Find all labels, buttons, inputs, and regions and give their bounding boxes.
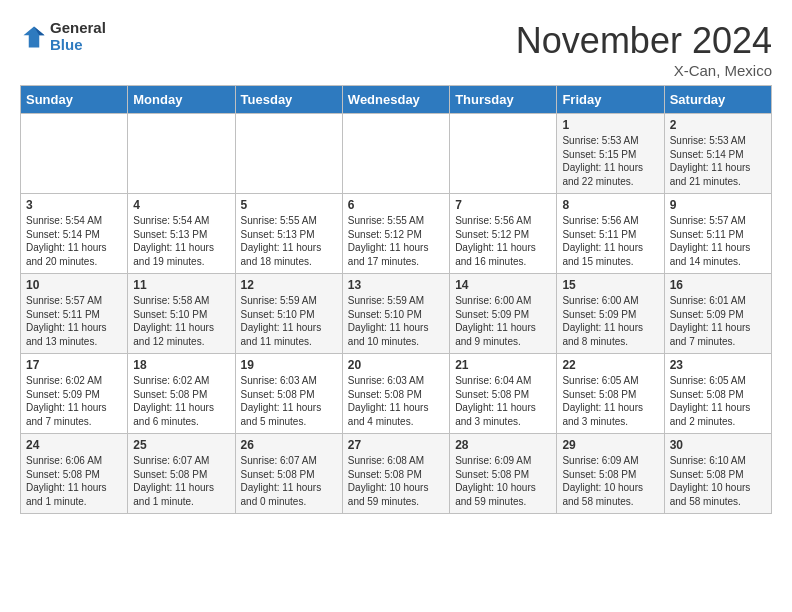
weekday-header-wednesday: Wednesday — [342, 86, 449, 114]
day-cell: 8Sunrise: 5:56 AMSunset: 5:11 PMDaylight… — [557, 194, 664, 274]
day-cell: 12Sunrise: 5:59 AMSunset: 5:10 PMDayligh… — [235, 274, 342, 354]
day-info: Sunrise: 5:57 AMSunset: 5:11 PMDaylight:… — [26, 294, 122, 348]
day-cell — [342, 114, 449, 194]
week-row-2: 3Sunrise: 5:54 AMSunset: 5:14 PMDaylight… — [21, 194, 772, 274]
day-cell — [450, 114, 557, 194]
day-number: 28 — [455, 438, 551, 452]
day-info: Sunrise: 6:09 AMSunset: 5:08 PMDaylight:… — [455, 454, 551, 508]
day-number: 14 — [455, 278, 551, 292]
day-number: 27 — [348, 438, 444, 452]
day-number: 21 — [455, 358, 551, 372]
page: General Blue November 2024 X-Can, Mexico… — [0, 0, 792, 524]
day-number: 9 — [670, 198, 766, 212]
day-cell: 16Sunrise: 6:01 AMSunset: 5:09 PMDayligh… — [664, 274, 771, 354]
day-info: Sunrise: 6:05 AMSunset: 5:08 PMDaylight:… — [670, 374, 766, 428]
week-row-4: 17Sunrise: 6:02 AMSunset: 5:09 PMDayligh… — [21, 354, 772, 434]
day-number: 10 — [26, 278, 122, 292]
weekday-header-row: SundayMondayTuesdayWednesdayThursdayFrid… — [21, 86, 772, 114]
day-info: Sunrise: 5:56 AMSunset: 5:12 PMDaylight:… — [455, 214, 551, 268]
weekday-header-sunday: Sunday — [21, 86, 128, 114]
day-info: Sunrise: 6:07 AMSunset: 5:08 PMDaylight:… — [133, 454, 229, 508]
day-cell — [21, 114, 128, 194]
logo-text: General Blue — [50, 20, 106, 53]
day-number: 25 — [133, 438, 229, 452]
day-info: Sunrise: 5:53 AMSunset: 5:14 PMDaylight:… — [670, 134, 766, 188]
day-cell: 10Sunrise: 5:57 AMSunset: 5:11 PMDayligh… — [21, 274, 128, 354]
day-number: 17 — [26, 358, 122, 372]
day-number: 13 — [348, 278, 444, 292]
week-row-3: 10Sunrise: 5:57 AMSunset: 5:11 PMDayligh… — [21, 274, 772, 354]
header: General Blue November 2024 X-Can, Mexico — [20, 20, 772, 79]
week-row-1: 1Sunrise: 5:53 AMSunset: 5:15 PMDaylight… — [21, 114, 772, 194]
day-number: 18 — [133, 358, 229, 372]
day-cell: 29Sunrise: 6:09 AMSunset: 5:08 PMDayligh… — [557, 434, 664, 514]
day-cell: 17Sunrise: 6:02 AMSunset: 5:09 PMDayligh… — [21, 354, 128, 434]
weekday-header-thursday: Thursday — [450, 86, 557, 114]
day-cell: 26Sunrise: 6:07 AMSunset: 5:08 PMDayligh… — [235, 434, 342, 514]
day-number: 23 — [670, 358, 766, 372]
day-number: 8 — [562, 198, 658, 212]
day-number: 22 — [562, 358, 658, 372]
day-number: 26 — [241, 438, 337, 452]
day-number: 6 — [348, 198, 444, 212]
day-cell: 11Sunrise: 5:58 AMSunset: 5:10 PMDayligh… — [128, 274, 235, 354]
day-info: Sunrise: 6:00 AMSunset: 5:09 PMDaylight:… — [562, 294, 658, 348]
day-info: Sunrise: 5:54 AMSunset: 5:14 PMDaylight:… — [26, 214, 122, 268]
svg-marker-0 — [24, 26, 45, 47]
day-cell: 25Sunrise: 6:07 AMSunset: 5:08 PMDayligh… — [128, 434, 235, 514]
day-cell: 9Sunrise: 5:57 AMSunset: 5:11 PMDaylight… — [664, 194, 771, 274]
weekday-header-friday: Friday — [557, 86, 664, 114]
day-cell: 4Sunrise: 5:54 AMSunset: 5:13 PMDaylight… — [128, 194, 235, 274]
day-info: Sunrise: 6:03 AMSunset: 5:08 PMDaylight:… — [348, 374, 444, 428]
day-info: Sunrise: 5:56 AMSunset: 5:11 PMDaylight:… — [562, 214, 658, 268]
logo-general: General — [50, 19, 106, 36]
day-number: 16 — [670, 278, 766, 292]
day-info: Sunrise: 5:55 AMSunset: 5:13 PMDaylight:… — [241, 214, 337, 268]
weekday-header-monday: Monday — [128, 86, 235, 114]
day-cell: 21Sunrise: 6:04 AMSunset: 5:08 PMDayligh… — [450, 354, 557, 434]
day-cell: 15Sunrise: 6:00 AMSunset: 5:09 PMDayligh… — [557, 274, 664, 354]
logo: General Blue — [20, 20, 106, 53]
day-cell: 24Sunrise: 6:06 AMSunset: 5:08 PMDayligh… — [21, 434, 128, 514]
day-cell: 1Sunrise: 5:53 AMSunset: 5:15 PMDaylight… — [557, 114, 664, 194]
day-number: 11 — [133, 278, 229, 292]
logo-blue: Blue — [50, 36, 83, 53]
day-cell: 19Sunrise: 6:03 AMSunset: 5:08 PMDayligh… — [235, 354, 342, 434]
day-info: Sunrise: 6:06 AMSunset: 5:08 PMDaylight:… — [26, 454, 122, 508]
day-cell: 27Sunrise: 6:08 AMSunset: 5:08 PMDayligh… — [342, 434, 449, 514]
day-cell: 28Sunrise: 6:09 AMSunset: 5:08 PMDayligh… — [450, 434, 557, 514]
day-number: 7 — [455, 198, 551, 212]
day-info: Sunrise: 5:58 AMSunset: 5:10 PMDaylight:… — [133, 294, 229, 348]
day-number: 3 — [26, 198, 122, 212]
day-info: Sunrise: 5:57 AMSunset: 5:11 PMDaylight:… — [670, 214, 766, 268]
day-number: 4 — [133, 198, 229, 212]
calendar-table: SundayMondayTuesdayWednesdayThursdayFrid… — [20, 85, 772, 514]
day-number: 12 — [241, 278, 337, 292]
day-info: Sunrise: 6:04 AMSunset: 5:08 PMDaylight:… — [455, 374, 551, 428]
day-number: 30 — [670, 438, 766, 452]
location: X-Can, Mexico — [516, 62, 772, 79]
week-row-5: 24Sunrise: 6:06 AMSunset: 5:08 PMDayligh… — [21, 434, 772, 514]
day-cell: 5Sunrise: 5:55 AMSunset: 5:13 PMDaylight… — [235, 194, 342, 274]
day-number: 15 — [562, 278, 658, 292]
day-info: Sunrise: 6:01 AMSunset: 5:09 PMDaylight:… — [670, 294, 766, 348]
day-cell: 7Sunrise: 5:56 AMSunset: 5:12 PMDaylight… — [450, 194, 557, 274]
day-info: Sunrise: 6:05 AMSunset: 5:08 PMDaylight:… — [562, 374, 658, 428]
day-info: Sunrise: 6:10 AMSunset: 5:08 PMDaylight:… — [670, 454, 766, 508]
day-number: 2 — [670, 118, 766, 132]
day-info: Sunrise: 6:09 AMSunset: 5:08 PMDaylight:… — [562, 454, 658, 508]
day-info: Sunrise: 6:02 AMSunset: 5:09 PMDaylight:… — [26, 374, 122, 428]
day-number: 5 — [241, 198, 337, 212]
day-cell: 18Sunrise: 6:02 AMSunset: 5:08 PMDayligh… — [128, 354, 235, 434]
day-info: Sunrise: 6:03 AMSunset: 5:08 PMDaylight:… — [241, 374, 337, 428]
title-block: November 2024 X-Can, Mexico — [516, 20, 772, 79]
day-number: 29 — [562, 438, 658, 452]
weekday-header-saturday: Saturday — [664, 86, 771, 114]
day-info: Sunrise: 6:08 AMSunset: 5:08 PMDaylight:… — [348, 454, 444, 508]
day-number: 1 — [562, 118, 658, 132]
day-number: 20 — [348, 358, 444, 372]
day-number: 24 — [26, 438, 122, 452]
day-cell: 23Sunrise: 6:05 AMSunset: 5:08 PMDayligh… — [664, 354, 771, 434]
day-cell: 14Sunrise: 6:00 AMSunset: 5:09 PMDayligh… — [450, 274, 557, 354]
day-info: Sunrise: 6:07 AMSunset: 5:08 PMDaylight:… — [241, 454, 337, 508]
